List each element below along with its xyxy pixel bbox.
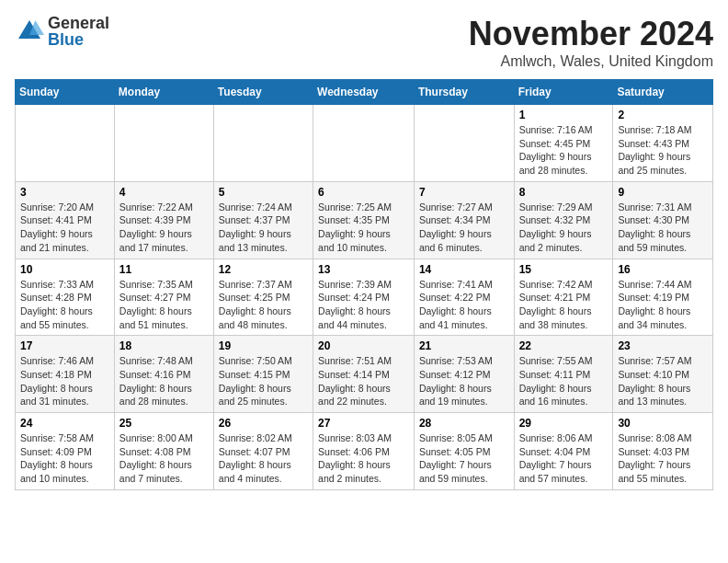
day-number: 6 [318, 186, 409, 199]
day-info: Sunrise: 7:20 AM Sunset: 4:41 PM Dayligh… [20, 201, 109, 255]
day-cell: 3Sunrise: 7:20 AM Sunset: 4:41 PM Daylig… [16, 181, 115, 259]
day-cell: 4Sunrise: 7:22 AM Sunset: 4:39 PM Daylig… [114, 181, 213, 259]
weekday-row: SundayMondayTuesdayWednesdayThursdayFrid… [16, 80, 713, 105]
day-info: Sunrise: 7:57 AM Sunset: 4:10 PM Dayligh… [618, 354, 708, 408]
day-cell: 14Sunrise: 7:41 AM Sunset: 4:22 PM Dayli… [414, 259, 514, 336]
day-number: 29 [519, 417, 609, 430]
day-number: 17 [20, 339, 109, 352]
day-number: 26 [219, 417, 308, 430]
header: General Blue November 2024 Amlwch, Wales… [15, 15, 713, 70]
day-cell: 28Sunrise: 8:05 AM Sunset: 4:05 PM Dayli… [414, 413, 514, 490]
day-number: 18 [119, 339, 209, 352]
day-cell: 9Sunrise: 7:31 AM Sunset: 4:30 PM Daylig… [613, 181, 713, 259]
day-number: 11 [119, 263, 209, 276]
day-info: Sunrise: 7:16 AM Sunset: 4:45 PM Dayligh… [519, 123, 609, 178]
day-cell: 25Sunrise: 8:00 AM Sunset: 4:08 PM Dayli… [114, 413, 213, 490]
day-info: Sunrise: 8:02 AM Sunset: 4:07 PM Dayligh… [219, 431, 308, 486]
day-cell: 2Sunrise: 7:18 AM Sunset: 4:43 PM Daylig… [613, 105, 713, 182]
calendar-body: 1Sunrise: 7:16 AM Sunset: 4:45 PM Daylig… [16, 105, 713, 490]
day-number: 22 [519, 339, 609, 352]
day-info: Sunrise: 7:58 AM Sunset: 4:09 PM Dayligh… [20, 431, 109, 486]
day-number: 28 [419, 417, 509, 430]
day-info: Sunrise: 7:39 AM Sunset: 4:24 PM Dayligh… [318, 278, 409, 332]
page-subtitle: Amlwch, Wales, United Kingdom [469, 53, 713, 70]
weekday-header-sunday: Sunday [16, 80, 115, 105]
day-cell: 22Sunrise: 7:55 AM Sunset: 4:11 PM Dayli… [514, 336, 613, 413]
day-info: Sunrise: 7:42 AM Sunset: 4:21 PM Dayligh… [519, 278, 609, 332]
day-number: 27 [318, 417, 409, 430]
day-info: Sunrise: 7:46 AM Sunset: 4:18 PM Dayligh… [20, 354, 109, 408]
day-number: 16 [618, 263, 708, 276]
day-number: 24 [20, 417, 109, 430]
day-info: Sunrise: 7:29 AM Sunset: 4:32 PM Dayligh… [519, 201, 609, 255]
day-info: Sunrise: 7:50 AM Sunset: 4:15 PM Dayligh… [219, 354, 308, 408]
day-info: Sunrise: 7:22 AM Sunset: 4:39 PM Dayligh… [119, 201, 209, 255]
week-row-0: 1Sunrise: 7:16 AM Sunset: 4:45 PM Daylig… [16, 105, 713, 182]
day-info: Sunrise: 8:03 AM Sunset: 4:06 PM Dayligh… [318, 431, 409, 486]
day-info: Sunrise: 8:06 AM Sunset: 4:04 PM Dayligh… [519, 431, 609, 486]
day-cell [16, 105, 115, 182]
day-number: 3 [20, 186, 109, 199]
day-info: Sunrise: 8:00 AM Sunset: 4:08 PM Dayligh… [119, 431, 209, 486]
day-cell: 17Sunrise: 7:46 AM Sunset: 4:18 PM Dayli… [16, 336, 115, 413]
day-number: 9 [618, 186, 708, 199]
weekday-header-thursday: Thursday [414, 80, 514, 105]
day-info: Sunrise: 7:35 AM Sunset: 4:27 PM Dayligh… [119, 278, 209, 332]
day-cell [114, 105, 213, 182]
day-cell: 11Sunrise: 7:35 AM Sunset: 4:27 PM Dayli… [114, 259, 213, 336]
day-info: Sunrise: 7:33 AM Sunset: 4:28 PM Dayligh… [20, 278, 109, 332]
day-cell [213, 105, 313, 182]
day-cell: 7Sunrise: 7:27 AM Sunset: 4:34 PM Daylig… [414, 181, 514, 259]
week-row-1: 3Sunrise: 7:20 AM Sunset: 4:41 PM Daylig… [16, 181, 713, 259]
day-cell: 15Sunrise: 7:42 AM Sunset: 4:21 PM Dayli… [514, 259, 613, 336]
day-info: Sunrise: 7:27 AM Sunset: 4:34 PM Dayligh… [419, 201, 509, 255]
weekday-header-wednesday: Wednesday [313, 80, 415, 105]
day-number: 12 [219, 263, 308, 276]
day-number: 19 [219, 339, 308, 352]
day-info: Sunrise: 7:37 AM Sunset: 4:25 PM Dayligh… [219, 278, 308, 332]
logo-text: General Blue [48, 15, 109, 48]
day-info: Sunrise: 7:44 AM Sunset: 4:19 PM Dayligh… [618, 278, 708, 332]
day-cell: 29Sunrise: 8:06 AM Sunset: 4:04 PM Dayli… [514, 413, 613, 490]
day-cell: 23Sunrise: 7:57 AM Sunset: 4:10 PM Dayli… [613, 336, 713, 413]
day-cell: 5Sunrise: 7:24 AM Sunset: 4:37 PM Daylig… [213, 181, 313, 259]
weekday-header-monday: Monday [114, 80, 213, 105]
week-row-3: 17Sunrise: 7:46 AM Sunset: 4:18 PM Dayli… [16, 336, 713, 413]
day-cell: 20Sunrise: 7:51 AM Sunset: 4:14 PM Dayli… [313, 336, 415, 413]
logo: General Blue [15, 15, 109, 48]
calendar: SundayMondayTuesdayWednesdayThursdayFrid… [15, 79, 713, 490]
day-info: Sunrise: 7:48 AM Sunset: 4:16 PM Dayligh… [119, 354, 209, 408]
day-info: Sunrise: 8:05 AM Sunset: 4:05 PM Dayligh… [419, 431, 509, 486]
day-cell: 26Sunrise: 8:02 AM Sunset: 4:07 PM Dayli… [213, 413, 313, 490]
page-title: November 2024 [469, 15, 713, 53]
day-number: 5 [219, 186, 308, 199]
weekday-header-friday: Friday [514, 80, 613, 105]
day-cell [414, 105, 514, 182]
logo-blue: Blue [48, 31, 109, 48]
day-cell: 16Sunrise: 7:44 AM Sunset: 4:19 PM Dayli… [613, 259, 713, 336]
day-number: 7 [419, 186, 509, 199]
day-number: 1 [519, 109, 609, 121]
day-number: 25 [119, 417, 209, 430]
day-info: Sunrise: 7:31 AM Sunset: 4:30 PM Dayligh… [618, 201, 708, 255]
day-cell: 19Sunrise: 7:50 AM Sunset: 4:15 PM Dayli… [213, 336, 313, 413]
day-number: 14 [419, 263, 509, 276]
week-row-4: 24Sunrise: 7:58 AM Sunset: 4:09 PM Dayli… [16, 413, 713, 490]
day-cell [313, 105, 415, 182]
day-cell: 12Sunrise: 7:37 AM Sunset: 4:25 PM Dayli… [213, 259, 313, 336]
day-info: Sunrise: 7:55 AM Sunset: 4:11 PM Dayligh… [519, 354, 609, 408]
day-info: Sunrise: 7:51 AM Sunset: 4:14 PM Dayligh… [318, 354, 409, 408]
day-number: 20 [318, 339, 409, 352]
day-number: 4 [119, 186, 209, 199]
weekday-header-saturday: Saturday [613, 80, 713, 105]
day-cell: 13Sunrise: 7:39 AM Sunset: 4:24 PM Dayli… [313, 259, 415, 336]
day-number: 21 [419, 339, 509, 352]
day-info: Sunrise: 8:08 AM Sunset: 4:03 PM Dayligh… [618, 431, 708, 486]
day-cell: 18Sunrise: 7:48 AM Sunset: 4:16 PM Dayli… [114, 336, 213, 413]
day-number: 30 [618, 417, 708, 430]
day-number: 10 [20, 263, 109, 276]
day-cell: 1Sunrise: 7:16 AM Sunset: 4:45 PM Daylig… [514, 105, 613, 182]
day-cell: 27Sunrise: 8:03 AM Sunset: 4:06 PM Dayli… [313, 413, 415, 490]
day-info: Sunrise: 7:18 AM Sunset: 4:43 PM Dayligh… [618, 123, 708, 178]
day-cell: 24Sunrise: 7:58 AM Sunset: 4:09 PM Dayli… [16, 413, 115, 490]
